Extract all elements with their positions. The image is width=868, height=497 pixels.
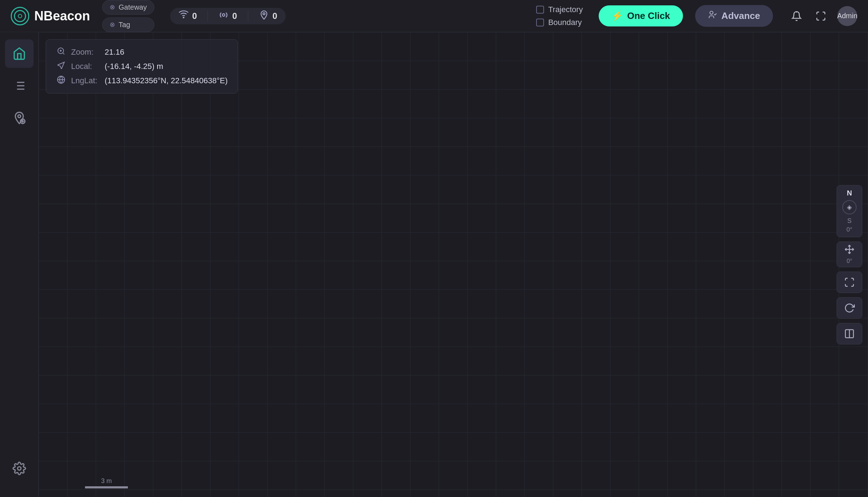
trajectory-label: Trajectory [548, 5, 583, 14]
trajectory-checkbox[interactable] [536, 6, 544, 14]
compass-circle[interactable]: ◈ [842, 200, 857, 214]
stat-item-3: 0 [259, 10, 277, 22]
wifi-icon [179, 10, 189, 22]
tag-label: Tag [119, 21, 130, 29]
local-value: (-16.14, -4.25) m [105, 62, 163, 71]
svg-point-11 [18, 115, 21, 118]
move-control-button[interactable]: 0° [837, 242, 862, 267]
location-icon [259, 10, 269, 22]
stat-divider-2 [248, 11, 248, 21]
gateway-label: Gateway [119, 3, 147, 11]
svg-line-17 [63, 53, 64, 54]
map-info-tooltip: Zoom: 21.16 Local: (-16.14, -4.25) m [46, 39, 238, 94]
move-icon [844, 244, 854, 257]
scale-label: 3 m [101, 477, 112, 485]
tag-nav-pill[interactable]: ⊗ Tag [102, 18, 154, 32]
local-icon [56, 61, 66, 72]
local-label: Local: [71, 62, 100, 71]
move-degree: 0° [847, 258, 852, 264]
stat-count-2: 0 [232, 11, 237, 21]
gateway-nav-pill[interactable]: ⊗ Gateway [102, 0, 154, 15]
advance-label: Advance [722, 10, 760, 21]
zoom-icon [56, 47, 66, 58]
local-row: Local: (-16.14, -4.25) m [56, 61, 228, 72]
zoom-value: 21.16 [105, 48, 124, 57]
header: NBeacon ⊗ Gateway ⊗ Tag 0 [0, 0, 868, 32]
lnglat-label: LngLat: [71, 76, 100, 85]
boundary-label: Boundary [548, 18, 582, 27]
svg-point-3 [710, 11, 713, 14]
main-layout: Zoom: 21.16 Local: (-16.14, -4.25) m [0, 32, 868, 497]
sidebar [0, 32, 39, 497]
stat-item-2: 0 [219, 10, 237, 22]
svg-point-15 [18, 467, 21, 470]
nav-pills: ⊗ Gateway ⊗ Tag [102, 0, 154, 32]
compass-south: S [847, 217, 852, 225]
zoom-row: Zoom: 21.16 [56, 47, 228, 58]
tag-icon: ⊗ [110, 21, 115, 29]
svg-point-2 [263, 13, 265, 15]
refresh-button[interactable] [837, 297, 862, 319]
svg-point-0 [183, 17, 184, 18]
advance-button[interactable]: Advance [695, 5, 773, 27]
map-area[interactable]: Zoom: 21.16 Local: (-16.14, -4.25) m [39, 32, 868, 497]
signal-icon [219, 10, 229, 22]
logo-area: NBeacon [11, 7, 90, 25]
fullscreen-button[interactable] [813, 8, 829, 24]
zoom-label: Zoom: [71, 48, 100, 57]
device-stats: 0 0 0 [170, 8, 286, 24]
right-controls: N ◈ S 0° 0° [837, 185, 862, 344]
header-icons: Admin [789, 6, 857, 26]
scale-bar: 3 m [85, 477, 128, 488]
advance-icon [708, 10, 717, 22]
split-view-button[interactable] [837, 323, 862, 344]
stat-count-1: 0 [192, 11, 197, 21]
one-click-label: One Click [627, 10, 670, 21]
sidebar-item-home[interactable] [5, 39, 34, 68]
fit-screen-button[interactable] [837, 272, 862, 293]
svg-point-1 [223, 14, 225, 16]
notification-button[interactable] [789, 8, 804, 24]
map-grid [39, 32, 868, 497]
avatar[interactable]: Admin [837, 6, 857, 26]
sidebar-item-settings[interactable] [5, 454, 34, 483]
compass-degree: 0° [847, 226, 852, 233]
gateway-icon: ⊗ [110, 3, 115, 11]
boundary-checkbox-item[interactable]: Boundary [536, 18, 583, 27]
sidebar-item-list[interactable] [5, 71, 34, 100]
scale-bar-line [85, 486, 128, 488]
compass-north: N [847, 189, 852, 197]
globe-icon [56, 75, 66, 86]
boundary-checkbox[interactable] [536, 19, 544, 26]
compass-widget[interactable]: N ◈ S 0° [837, 185, 862, 237]
avatar-label: Admin [837, 12, 858, 20]
logo-icon [11, 7, 29, 25]
lnglat-row: LngLat: (113.94352356°N, 22.54840638°E) [56, 75, 228, 86]
logo-icon-inner [18, 14, 22, 18]
lnglat-value: (113.94352356°N, 22.54840638°E) [105, 76, 228, 85]
checkbox-group: Trajectory Boundary [536, 5, 583, 27]
sidebar-item-map-pin[interactable] [5, 104, 34, 132]
stat-count-3: 0 [273, 11, 277, 21]
stat-item-1: 0 [179, 10, 197, 22]
app-title: NBeacon [34, 9, 90, 24]
trajectory-checkbox-item[interactable]: Trajectory [536, 5, 583, 14]
lightning-icon: ⚡ [612, 10, 623, 21]
one-click-button[interactable]: ⚡ One Click [599, 5, 683, 26]
stat-divider-1 [208, 11, 208, 21]
